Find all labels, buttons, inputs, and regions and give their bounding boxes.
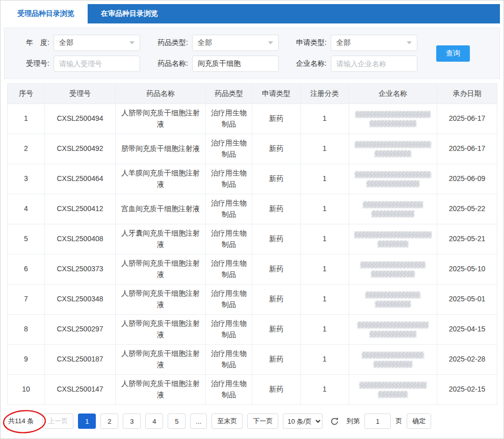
cell-index: 7 [8,285,45,315]
cell-reg-class: 1 [301,164,349,194]
goto-page-input[interactable] [364,414,391,429]
company-redacted-mosaic [372,211,414,217]
page-buttons: 12345 [78,414,185,429]
search-button[interactable]: 查询 [436,45,470,62]
company-redacted-mosaic [375,150,411,157]
chevron-down-icon [268,41,273,44]
cell-drug-name: 人脐带间充质干细胞注射液 [116,315,206,345]
cell-date: 2025-02-15 [437,375,497,405]
cell-drug-type: 治疗用生物制品 [206,134,252,164]
cell-drug-type: 治疗用生物制品 [206,164,252,194]
cell-reg-class: 1 [301,134,349,164]
company-redacted-mosaic [378,391,408,398]
company-label: 企业名称: [290,59,327,68]
cell-company-redacted [349,194,437,224]
company-input[interactable] [331,56,417,72]
cell-apply-type: 新药 [252,134,301,164]
cell-acceptance-no: CXSL2500408 [45,224,116,254]
cell-drug-type: 治疗用生物制品 [206,254,252,285]
cell-date: 2025-02-28 [437,345,497,375]
drug-type-select-value: 全部 [198,38,212,47]
cell-company-redacted [349,104,437,134]
cell-company-redacted [349,254,437,285]
cell-reg-class: 1 [301,224,349,254]
next-page-button[interactable]: 下一页 [247,414,278,429]
cell-drug-name: 人脐带间充质干细胞注射液 [116,254,206,285]
cell-drug-name: 人羊膜间充质干细胞注射液 [116,164,206,194]
last-page-button[interactable]: 至末页 [211,414,243,429]
table-row: 2CXSL2500492脐带间充质干细胞注射液治疗用生物制品新药12025-06… [8,134,497,164]
company-redacted-mosaic [369,120,416,127]
filter-drug-name: 药品名称: [151,56,279,72]
cell-company-redacted [349,285,437,315]
acceptance-no-label: 受理号: [13,59,49,68]
cell-apply-type: 新药 [252,285,301,315]
cell-drug-type: 治疗用生物制品 [206,104,252,134]
filter-acceptance-no: 受理号: [13,56,140,72]
company-redacted-mosaic [365,292,420,298]
page-button-3[interactable]: 3 [123,414,141,429]
year-label: 年 度: [13,38,49,47]
tab-under-review-catalog[interactable]: 在审品种目录浏览 [88,4,171,23]
company-redacted-mosaic [359,382,427,389]
prev-page-button[interactable]: 上一页 [42,414,73,429]
company-redacted-mosaic [360,262,426,268]
table-row: 10CXSL2500147人脐带间充质干细胞注射液治疗用生物制品新药12025-… [8,375,497,405]
table-row: 7CXSL2500348人脐带间充质干细胞注射液治疗用生物制品新药12025-0… [8,285,497,315]
filter-row-1: 年 度: 全部 药品类型: 全部 申请类型: 全部 [13,35,491,51]
results-table-wrap: 序号 受理号 药品名称 药品类型 申请类型 注册分类 企业名称 承办日期 1CX… [7,83,497,405]
page-button-5[interactable]: 5 [168,414,185,429]
drug-name-input[interactable] [192,56,279,72]
cell-acceptance-no: CXSL2500412 [45,194,116,224]
header-company: 企业名称 [349,84,437,104]
page-button-2[interactable]: 2 [100,414,118,429]
page-button-4[interactable]: 4 [145,414,163,429]
company-redacted-mosaic [375,301,411,307]
page-button-1[interactable]: 1 [78,414,96,429]
page-size-select[interactable]: 10 条/页 [283,414,323,429]
total-count-wrap: 共114 条 [7,417,34,426]
header-drug-type: 药品类型 [206,84,252,104]
cell-index: 4 [8,194,45,224]
table-row: 8CXSL2500297人脐带间充质干细胞注射液治疗用生物制品新药12025-0… [8,315,497,345]
company-redacted-mosaic [354,231,432,238]
cell-drug-type: 治疗用生物制品 [206,375,252,405]
cell-apply-type: 新药 [252,224,301,254]
header-drug-name: 药品名称 [116,84,206,104]
cell-acceptance-no: CXSL2500348 [45,285,116,315]
ellipsis-page-button[interactable]: ... [190,414,207,429]
cell-reg-class: 1 [301,104,349,134]
confirm-button[interactable]: 确定 [407,414,431,429]
company-redacted-mosaic [362,352,424,358]
cell-company-redacted [349,315,437,345]
apply-type-select[interactable]: 全部 [331,35,417,51]
table-row: 1CXSL2500494人脐带间充质干细胞注射液治疗用生物制品新药12025-0… [8,104,497,134]
cell-drug-name: 宫血间充质干细胞注射液 [116,194,206,224]
cell-index: 5 [8,224,45,254]
company-redacted-mosaic [371,271,415,277]
tab-bar: 受理品种目录浏览 在审品种目录浏览 [4,4,500,23]
table-row: 5CXSL2500408人牙囊间充质干细胞注射液治疗用生物制品新药12025-0… [8,224,497,254]
cell-apply-type: 新药 [252,345,301,375]
cell-reg-class: 1 [301,375,349,405]
tab-accepted-catalog[interactable]: 受理品种目录浏览 [4,4,88,23]
year-select[interactable]: 全部 [54,35,140,51]
company-redacted-mosaic [363,201,423,208]
drug-type-select[interactable]: 全部 [192,35,279,51]
drug-type-label: 药品类型: [151,38,188,47]
refresh-icon[interactable] [329,416,340,427]
cell-date: 2025-06-17 [437,104,497,134]
cell-date: 2025-04-15 [437,315,497,345]
acceptance-no-input[interactable] [54,56,140,72]
table-row: 4CXSL2500412宫血间充质干细胞注射液治疗用生物制品新药12025-05… [8,194,497,224]
filter-row-2: 受理号: 药品名称: 企业名称: [13,56,491,72]
cell-drug-type: 治疗用生物制品 [206,315,252,345]
header-index: 序号 [8,84,45,104]
filter-company: 企业名称: [290,56,417,72]
cell-drug-type: 治疗用生物制品 [206,224,252,254]
cell-date: 2025-06-09 [437,164,497,194]
table-row: 6CXSL2500373人脐带间充质干细胞注射液治疗用生物制品新药12025-0… [8,254,497,285]
table-row: 9CXSL2500187人脐带间充质干细胞注射液治疗用生物制品新药12025-0… [8,345,497,375]
company-redacted-mosaic [355,141,431,148]
results-table: 序号 受理号 药品名称 药品类型 申请类型 注册分类 企业名称 承办日期 1CX… [7,83,497,405]
